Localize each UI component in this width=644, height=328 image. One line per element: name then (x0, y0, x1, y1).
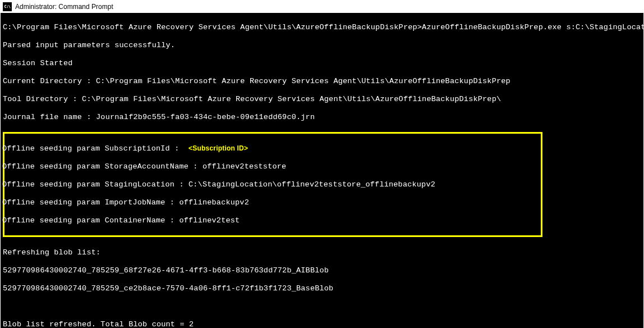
command-line: C:\Program Files\Microsoft Azure Recover… (3, 23, 641, 32)
blob-refreshed-line: Blob list refreshed. Total Blob count = … (3, 320, 641, 328)
window-title: Administrator: Command Prompt (15, 2, 113, 11)
journal-line: Journal file name : Journalf2b9c555-fa03… (3, 113, 641, 122)
terminal-output: C:\Program Files\Microsoft Azure Recover… (1, 13, 643, 328)
container-line: Offline seeding param ContainerName : of… (2, 216, 541, 225)
parsed-params-line: Parsed input parameters successfully. (3, 41, 641, 50)
tool-dir-line: Tool Directory : C:\Program Files\Micros… (3, 95, 641, 104)
import-job-line: Offline seeding param ImportJobName : of… (2, 198, 541, 207)
blob2-line: 529770986430002740_785259_ce2b8ace-7570-… (3, 284, 641, 293)
current-dir-line: Current Directory : C:\Program Files\Mic… (3, 77, 641, 86)
staging-location-line: Offline seeding param StagingLocation : … (2, 180, 541, 189)
blank-line-1 (3, 302, 641, 311)
session-started-line: Session Started (3, 59, 641, 68)
subscription-prefix: Offline seeding param SubscriptionId : (2, 144, 184, 153)
subscription-id-placeholder: <Subscription ID> (188, 144, 248, 152)
storage-account-line: Offline seeding param StorageAccountName… (2, 162, 541, 171)
window-titlebar[interactable]: C:\ Administrator: Command Prompt (1, 1, 643, 13)
subscription-line: Offline seeding param SubscriptionId : <… (2, 144, 541, 153)
cmd-icon: C:\ (3, 2, 12, 11)
refreshing-line: Refreshing blob list: (3, 248, 641, 257)
offline-params-highlight: Offline seeding param SubscriptionId : <… (3, 132, 542, 237)
blob1-line: 529770986430002740_785259_68f27e26-4671-… (3, 266, 641, 275)
